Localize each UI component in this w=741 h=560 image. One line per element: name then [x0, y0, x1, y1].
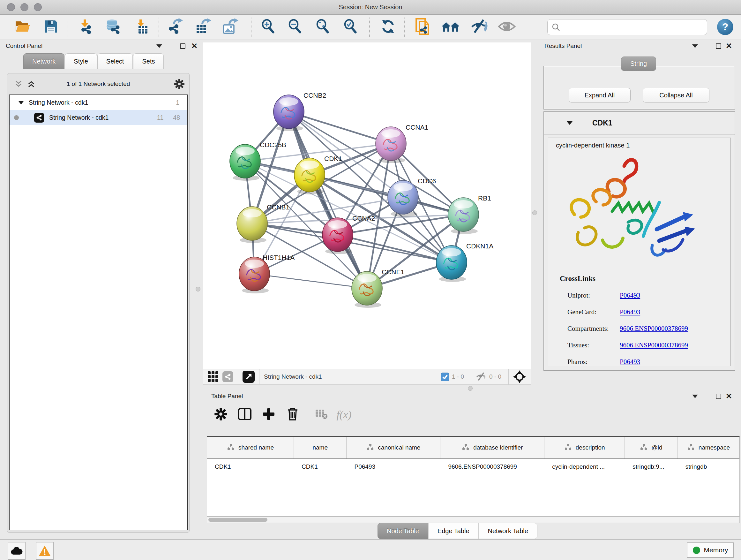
- right-splitter-handle[interactable]: [532, 210, 537, 215]
- network-edge-CCNB2-CCNA1[interactable]: [289, 112, 391, 144]
- hidden-items-icon[interactable]: [476, 372, 487, 381]
- column-header-namespace[interactable]: namespace: [678, 437, 739, 458]
- delete-table-icon[interactable]: [315, 409, 328, 421]
- show-hidden-icon[interactable]: [498, 20, 516, 34]
- export-image-icon[interactable]: [222, 18, 239, 36]
- crosslink-link[interactable]: 9606.ENSP00000378699: [620, 341, 688, 349]
- network-node-CCNE1[interactable]: CCNE1: [352, 268, 404, 308]
- save-session-icon[interactable]: [44, 19, 58, 35]
- table-cell[interactable]: 9606.ENSP00000378699: [441, 463, 544, 470]
- column-header-shared-name[interactable]: shared name: [207, 437, 294, 458]
- minimize-window-button[interactable]: [20, 3, 28, 11]
- close-window-button[interactable]: [7, 3, 15, 11]
- tab-style[interactable]: Style: [65, 53, 97, 69]
- panel-menu-icon[interactable]: [692, 395, 698, 398]
- tab-node-table[interactable]: Node Table: [378, 523, 428, 539]
- help-button[interactable]: ?: [717, 19, 733, 35]
- table-cell[interactable]: stringdb:9...: [625, 463, 677, 470]
- crosslink-link[interactable]: 9606.ENSP00000378699: [620, 325, 688, 333]
- panel-close-icon[interactable]: ✕: [726, 392, 732, 400]
- zoom-out-icon[interactable]: [288, 19, 302, 35]
- tree-expand-icon[interactable]: [18, 101, 23, 105]
- warnings-button[interactable]: [36, 542, 54, 560]
- network-node-HIST1H1A[interactable]: HIST1H1A: [239, 254, 294, 294]
- export-network-icon[interactable]: [167, 18, 184, 36]
- left-splitter-handle[interactable]: [196, 287, 200, 292]
- column-header-description[interactable]: description: [544, 437, 625, 458]
- scrollbar-thumb[interactable]: [208, 518, 267, 522]
- zoom-selected-icon[interactable]: [343, 19, 358, 35]
- selected-nodes-icon[interactable]: [441, 373, 449, 381]
- tab-sets[interactable]: Sets: [133, 53, 164, 69]
- gene-collapse-icon[interactable]: [567, 121, 572, 127]
- network-node-CCNB2[interactable]: CCNB2: [273, 91, 326, 131]
- panel-close-icon[interactable]: ✕: [191, 42, 198, 50]
- crosslink-link[interactable]: P06493: [620, 358, 640, 366]
- tab-string[interactable]: String: [621, 57, 656, 71]
- table-cell[interactable]: CDK1: [294, 463, 347, 470]
- hide-selected-icon[interactable]: [471, 18, 488, 36]
- network-node-CCNB1[interactable]: CCNB1: [237, 203, 289, 243]
- bottom-splitter-handle[interactable]: [468, 386, 473, 391]
- network-node-RB1[interactable]: RB1: [448, 194, 491, 234]
- zoom-fit-content-icon[interactable]: [316, 19, 330, 35]
- table-cell[interactable]: CDK1: [207, 463, 294, 470]
- show-columns-icon[interactable]: [238, 408, 252, 422]
- network-collection-row[interactable]: String Network - cdk1 1: [10, 95, 187, 110]
- column-header--id[interactable]: @id: [625, 437, 677, 458]
- column-header-name[interactable]: name: [294, 437, 347, 458]
- table-cell[interactable]: stringdb: [678, 463, 739, 470]
- clone-network-icon[interactable]: [415, 17, 431, 37]
- crosslink-link[interactable]: P06493: [620, 292, 640, 300]
- panel-float-icon[interactable]: [180, 44, 185, 49]
- table-horizontal-scrollbar[interactable]: [207, 516, 740, 523]
- search-input[interactable]: [563, 23, 703, 30]
- delete-column-icon[interactable]: [286, 407, 299, 422]
- tab-network[interactable]: Network: [23, 53, 64, 69]
- panel-float-icon[interactable]: [716, 44, 721, 49]
- add-column-icon[interactable]: [262, 408, 275, 422]
- table-cell[interactable]: cyclin-dependent ...: [544, 463, 625, 470]
- birdseye-view-icon[interactable]: [243, 371, 255, 383]
- panel-menu-icon[interactable]: [692, 44, 698, 48]
- network-view-share-icon[interactable]: [222, 371, 233, 382]
- collapse-all-button[interactable]: Collapse All: [643, 88, 710, 103]
- network-row[interactable]: String Network - cdk1 11 48: [10, 110, 187, 125]
- tab-select[interactable]: Select: [97, 53, 133, 69]
- panel-menu-icon[interactable]: [156, 44, 162, 48]
- cloud-button[interactable]: [8, 542, 25, 560]
- network-node-CDC6[interactable]: CDC6: [388, 177, 436, 217]
- table-settings-gear-icon[interactable]: [214, 408, 227, 422]
- fit-selected-crosshair-icon[interactable]: [513, 370, 526, 383]
- network-graph[interactable]: CCNB2CCNA1CDC25BCDK1CDC6RB1CCNB1CCNA2CDK…: [203, 43, 531, 369]
- gene-header-row[interactable]: CDK1: [544, 112, 735, 135]
- panel-close-icon[interactable]: ✕: [726, 42, 732, 50]
- memory-button[interactable]: Memory: [687, 543, 734, 558]
- table-row[interactable]: CDK1CDK1P064939606.ENSP00000378699cyclin…: [207, 459, 739, 474]
- zoom-window-button[interactable]: [34, 3, 42, 11]
- network-node-CDK1[interactable]: CDK1: [294, 155, 342, 194]
- network-edge-CCNB2-CCNE1[interactable]: [289, 112, 367, 288]
- expand-all-button[interactable]: Expand All: [569, 88, 630, 103]
- network-node-CCNA1[interactable]: CCNA1: [376, 124, 428, 163]
- export-table-icon[interactable]: [195, 18, 211, 36]
- grid-view-icon[interactable]: [208, 371, 219, 382]
- import-table-file-icon[interactable]: [135, 19, 149, 36]
- network-canvas[interactable]: CCNB2CCNA1CDC25BCDK1CDC6RB1CCNB1CCNA2CDK…: [203, 43, 531, 369]
- import-network-file-icon[interactable]: [78, 19, 94, 36]
- zoom-in-icon[interactable]: [261, 19, 276, 35]
- import-network-database-icon[interactable]: [105, 19, 122, 36]
- open-session-icon[interactable]: [14, 19, 30, 35]
- column-header-canonical-name[interactable]: canonical name: [347, 437, 441, 458]
- tab-edge-table[interactable]: Edge Table: [428, 523, 479, 539]
- refresh-view-icon[interactable]: [381, 19, 395, 35]
- network-node-CDKN1A[interactable]: CDKN1A: [436, 242, 493, 282]
- show-all-networks-icon[interactable]: [441, 19, 461, 35]
- network-options-gear-icon[interactable]: [174, 78, 185, 91]
- panel-float-icon[interactable]: [716, 394, 721, 399]
- tab-network-table[interactable]: Network Table: [479, 523, 537, 539]
- crosslink-link[interactable]: P06493: [620, 308, 640, 316]
- column-header-database-identifier[interactable]: database identifier: [441, 437, 544, 458]
- table-cell[interactable]: P06493: [347, 463, 441, 470]
- function-builder-icon[interactable]: f(x): [336, 409, 351, 421]
